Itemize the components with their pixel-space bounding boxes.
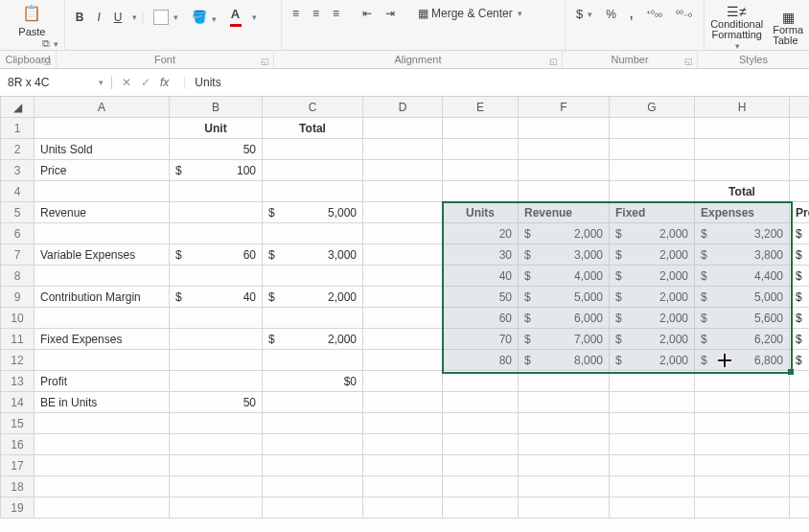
cell[interactable]: $- (790, 287, 810, 308)
cell[interactable]: $2,000 (610, 266, 695, 287)
row-header[interactable]: 17 (1, 455, 35, 476)
align-right-button[interactable]: ≡ (328, 4, 344, 23)
cell[interactable] (695, 371, 790, 392)
cell[interactable] (443, 392, 519, 413)
cell[interactable] (35, 118, 170, 139)
increase-indent-button[interactable]: ⇥ (381, 4, 400, 23)
cell[interactable]: $60 (170, 244, 263, 266)
cell[interactable]: $4,400 (695, 266, 790, 287)
cell[interactable]: $40 (170, 287, 263, 308)
cell[interactable] (695, 118, 790, 139)
row-header[interactable]: 10 (1, 308, 35, 329)
cell[interactable] (170, 455, 263, 476)
align-left-button[interactable]: ≡ (288, 4, 304, 23)
cancel-icon[interactable]: ✕ (122, 76, 131, 89)
cell[interactable]: $2,000 (519, 223, 610, 244)
row-header[interactable]: 18 (1, 476, 35, 497)
cell[interactable] (363, 181, 443, 202)
cell[interactable]: Price (35, 160, 170, 181)
cell[interactable] (263, 476, 363, 497)
decrease-decimal-button[interactable]: ⁰⁰₋₀ (671, 6, 697, 22)
cell[interactable] (519, 455, 610, 476)
cell[interactable] (443, 497, 519, 519)
cell[interactable]: Contribution Margin (35, 287, 170, 308)
cell[interactable]: 20 (443, 223, 519, 244)
cell[interactable]: Units Sold (35, 139, 170, 160)
cell[interactable] (695, 139, 790, 160)
cell[interactable]: $2,000 (263, 329, 363, 350)
row-header[interactable]: 5 (1, 202, 35, 223)
cell[interactable] (263, 392, 363, 413)
cell[interactable] (519, 118, 610, 139)
cell[interactable] (170, 434, 263, 455)
row-header[interactable]: 7 (1, 244, 35, 266)
cell[interactable] (363, 455, 443, 476)
row-header[interactable]: 1 (1, 118, 35, 139)
format-table-button[interactable]: FormaTable (773, 25, 803, 46)
cell[interactable] (790, 497, 810, 519)
cell[interactable]: $3,200 (695, 223, 790, 244)
cell[interactable] (363, 308, 443, 329)
cell[interactable] (35, 413, 170, 434)
cell[interactable] (263, 413, 363, 434)
cell[interactable] (363, 223, 443, 244)
cell[interactable] (35, 476, 170, 497)
cell[interactable]: $5,000 (263, 202, 363, 223)
fill-color-button[interactable]: 🪣▾ (187, 7, 221, 27)
cell[interactable] (35, 266, 170, 287)
conditional-formatting-button[interactable]: ConditionalFormatting ▾ (710, 19, 763, 52)
cell[interactable]: BE in Units (35, 392, 170, 413)
cell[interactable] (263, 434, 363, 455)
cell[interactable] (443, 160, 519, 181)
cell[interactable]: $0 (263, 371, 363, 392)
cell[interactable] (443, 118, 519, 139)
col-header-I[interactable]: I (790, 97, 810, 118)
worksheet[interactable]: ◢ A B C D E F G H I 1UnitTotal2Units Sol… (0, 97, 809, 519)
cell[interactable]: 50 (170, 392, 263, 413)
cell[interactable] (519, 476, 610, 497)
select-all-corner[interactable]: ◢ (1, 97, 35, 118)
row-header[interactable]: 6 (1, 223, 35, 244)
cell[interactable]: Expenses (695, 202, 790, 223)
row-header[interactable]: 14 (1, 392, 35, 413)
cell[interactable]: $2,000 (610, 223, 695, 244)
cell[interactable]: $5,000 (519, 287, 610, 308)
row-header[interactable]: 9 (1, 287, 35, 308)
cell[interactable]: $2,000 (610, 329, 695, 350)
cell[interactable] (610, 455, 695, 476)
cell[interactable]: 80 (443, 350, 519, 371)
name-box-dropdown[interactable]: ▾ (99, 78, 104, 87)
cell[interactable]: 50 (170, 139, 263, 160)
cell[interactable]: Total (263, 118, 363, 139)
cell[interactable] (263, 455, 363, 476)
cell[interactable] (610, 160, 695, 181)
cell[interactable]: 40 (443, 266, 519, 287)
bold-button[interactable]: B (71, 8, 89, 27)
cell[interactable] (790, 413, 810, 434)
cell[interactable] (263, 497, 363, 519)
underline-button[interactable]: U (109, 8, 127, 27)
cell[interactable] (519, 160, 610, 181)
cell[interactable] (35, 434, 170, 455)
cell[interactable]: Fixed (610, 202, 695, 223)
paste-dropdown[interactable]: ▾ (54, 39, 58, 49)
cell[interactable] (790, 476, 810, 497)
cell[interactable] (363, 392, 443, 413)
cell[interactable]: 60 (443, 308, 519, 329)
cell[interactable] (363, 497, 443, 519)
cell[interactable] (170, 308, 263, 329)
cell[interactable]: $(800) (790, 244, 810, 266)
cell[interactable]: 70 (443, 329, 519, 350)
cell[interactable] (610, 392, 695, 413)
row-header[interactable]: 4 (1, 181, 35, 202)
cell[interactable] (35, 181, 170, 202)
col-header-E[interactable]: E (443, 97, 519, 118)
row-header[interactable]: 16 (1, 434, 35, 455)
cell[interactable] (363, 118, 443, 139)
cell[interactable] (610, 139, 695, 160)
cell[interactable]: Profit (35, 371, 170, 392)
cell[interactable] (363, 476, 443, 497)
cell[interactable] (170, 202, 263, 223)
cell[interactable] (170, 223, 263, 244)
cell[interactable]: Fixed Expenses (35, 329, 170, 350)
